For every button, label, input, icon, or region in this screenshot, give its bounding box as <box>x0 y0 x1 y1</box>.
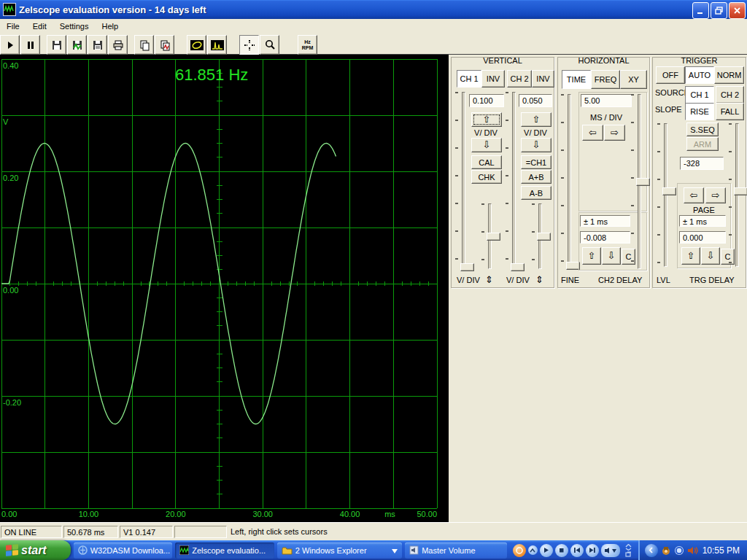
ch1-down-button[interactable]: ⇩ <box>471 138 502 152</box>
trigger-level-value[interactable]: -328 <box>680 157 724 170</box>
tray-messenger-icon[interactable] <box>674 545 684 556</box>
close-button[interactable] <box>729 2 746 19</box>
trg-delay-value[interactable]: 0.000 <box>679 231 726 244</box>
arm-button[interactable]: ARM <box>686 137 719 151</box>
trg-delay-down-button[interactable]: ⇩ <box>701 247 720 265</box>
menu-settings[interactable]: Settings <box>53 20 96 33</box>
start-button[interactable]: start <box>0 540 71 560</box>
hz-rpm-button[interactable]: HzRPM <box>298 35 317 55</box>
task-zelscope[interactable]: Zelscope evaluatio... <box>175 542 274 559</box>
save-button[interactable] <box>47 35 66 55</box>
tray-chevron-left-icon[interactable] <box>645 544 658 557</box>
trg-delay-slider[interactable] <box>729 123 744 267</box>
wmp-icon[interactable] <box>513 544 526 557</box>
trg-delay-up-button[interactable]: ⇧ <box>681 247 700 265</box>
hz-rpm-icon: HzRPM <box>302 39 314 51</box>
msdiv-value[interactable]: 5.00 <box>581 94 632 107</box>
a-minus-b-button[interactable]: A-B <box>521 186 551 200</box>
single-sequence-button[interactable]: S.SEQ <box>686 122 719 136</box>
tray-volume-icon[interactable] <box>687 545 698 556</box>
media-stop-button[interactable] <box>555 544 568 557</box>
ch1-vdiv-slider[interactable] <box>455 92 471 271</box>
ch2-vdiv-slider[interactable] <box>506 92 521 271</box>
slider-ticks <box>729 123 732 267</box>
task-windows-explorer-group[interactable]: 2 Windows Explorer <box>277 542 402 559</box>
slider-thumb[interactable] <box>487 233 500 241</box>
trigger-auto-toggle[interactable]: AUTO <box>685 66 714 84</box>
zoom-button[interactable] <box>260 35 279 55</box>
ch1-invert-button[interactable]: INV <box>481 70 505 88</box>
ch2-vdiv-value[interactable]: 0.050 <box>519 94 552 107</box>
slider-thumb[interactable] <box>460 263 474 271</box>
ellipse-tool-button[interactable] <box>187 35 206 55</box>
ch2-down-button[interactable]: ⇩ <box>521 138 551 152</box>
slider-thumb[interactable] <box>636 178 650 186</box>
media-volume-button[interactable] <box>601 544 620 557</box>
a-plus-b-button[interactable]: A+B <box>521 170 551 184</box>
ch2-invert-button[interactable]: INV <box>532 70 554 88</box>
ch2-toggle[interactable]: CH 2 <box>507 70 532 88</box>
media-previous-button[interactable] <box>570 544 584 557</box>
slider-thumb[interactable] <box>734 187 747 195</box>
trg-delay-range: ± 1 ms <box>679 215 726 227</box>
ch2-delay-up-button[interactable]: ⇧ <box>582 247 601 265</box>
task-master-volume[interactable]: Master Volume <box>405 542 507 559</box>
lvl-label: LVL <box>657 276 670 284</box>
menu-file[interactable]: File <box>0 20 26 33</box>
ch1-cal-button[interactable]: CAL <box>471 155 502 169</box>
copy-signal-button[interactable] <box>155 35 174 55</box>
fine-slider[interactable] <box>561 94 576 269</box>
slope-label: SLOPE <box>655 105 682 114</box>
freq-toggle[interactable]: FREQ <box>591 70 620 89</box>
timebase-left-button[interactable]: ⇦ <box>582 125 603 141</box>
time-toggle[interactable]: TIME <box>562 70 591 89</box>
print-button[interactable] <box>108 35 128 55</box>
page-left-button[interactable]: ⇦ <box>684 187 704 203</box>
slider-thumb[interactable] <box>511 263 525 271</box>
eq-ch1-button[interactable]: =CH1 <box>521 155 551 169</box>
save-notes-button[interactable] <box>88 35 107 55</box>
page-right-button[interactable]: ⇨ <box>705 187 726 203</box>
slider-thumb[interactable] <box>662 187 676 195</box>
tray-mixer-icon[interactable] <box>661 545 671 556</box>
play-button[interactable] <box>0 35 20 55</box>
xy-toggle[interactable]: XY <box>620 70 647 89</box>
trigger-ch2-toggle[interactable]: CH 2 <box>716 86 744 104</box>
pause-button[interactable] <box>20 35 40 55</box>
ch2-delay-down-button[interactable]: ⇩ <box>602 247 621 265</box>
timebase-right-button[interactable]: ⇨ <box>604 125 625 141</box>
oscilloscope-display[interactable]: 0.40V0.200.00-0.200.0010.0020.0030.0040.… <box>0 55 449 522</box>
deskband-handle[interactable] <box>624 542 634 559</box>
trigger-norm-toggle[interactable]: NORM <box>714 66 744 84</box>
menu-bar: File Edit Settings Help <box>0 19 747 34</box>
ch2-fine-slider[interactable] <box>532 203 547 269</box>
restore-button[interactable] <box>711 2 727 19</box>
slope-rise-toggle[interactable]: RISE <box>685 103 714 120</box>
ch2-delay-slider[interactable] <box>631 94 646 269</box>
menu-help[interactable]: Help <box>95 20 125 33</box>
cursor-button[interactable] <box>239 35 259 55</box>
spectrum-button[interactable] <box>207 35 227 55</box>
ch1-fine-slider[interactable] <box>481 203 497 269</box>
trigger-level-slider[interactable] <box>657 123 673 267</box>
copy-button[interactable] <box>134 35 154 55</box>
ch1-toggle[interactable]: CH 1 <box>457 70 481 88</box>
media-play-button[interactable] <box>540 544 553 557</box>
ch2-delay-value[interactable]: -0.008 <box>580 231 630 244</box>
ch1-chk-button[interactable]: CHK <box>471 170 502 184</box>
media-next-button[interactable] <box>586 544 599 557</box>
taskbar: start W32DASM Downloa... Zelscope evalua… <box>0 540 747 560</box>
print-icon <box>112 39 124 51</box>
trigger-ch1-toggle[interactable]: CH 1 <box>685 86 714 104</box>
ch2-up-button[interactable]: ⇧ <box>521 112 551 127</box>
chevron-up-button[interactable] <box>528 545 538 555</box>
menu-edit[interactable]: Edit <box>26 20 53 33</box>
ch1-up-button[interactable]: ⇧ <box>471 112 502 127</box>
save-signal-button[interactable] <box>67 35 87 55</box>
task-w32dasm[interactable]: W32DASM Downloa... <box>74 542 173 559</box>
minimize-button[interactable] <box>692 2 709 19</box>
trigger-off-toggle[interactable]: OFF <box>656 66 685 84</box>
slider-thumb[interactable] <box>537 233 551 241</box>
slope-fall-toggle[interactable]: FALL <box>716 103 744 120</box>
ch1-vdiv-value[interactable]: 0.100 <box>469 94 504 107</box>
